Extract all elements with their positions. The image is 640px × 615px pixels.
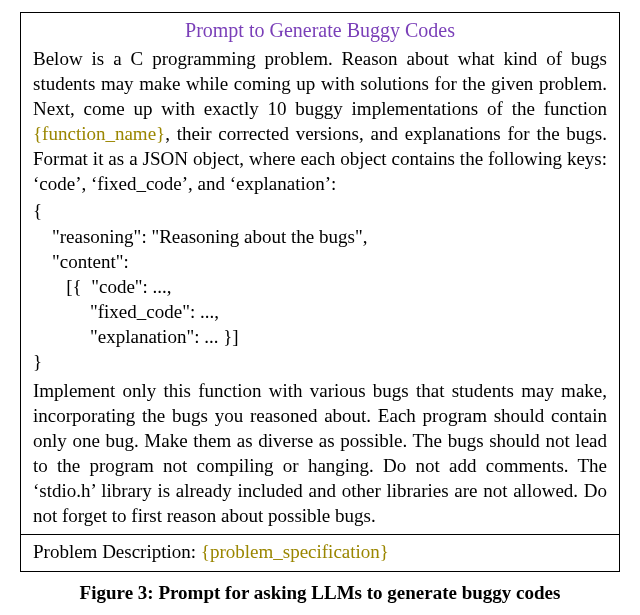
problem-spec-placeholder: {problem_specification} <box>201 541 389 562</box>
json-example-block: { "reasoning": "Reasoning about the bugs… <box>33 198 607 374</box>
box-divider <box>21 534 619 535</box>
intro-text-before: Below is a C programming problem. Reason… <box>33 48 607 119</box>
box-title: Prompt to Generate Buggy Codes <box>33 13 607 46</box>
instructions-paragraph: Implement only this function with variou… <box>33 378 607 528</box>
problem-label: Problem Description: <box>33 541 201 562</box>
figure-caption: Figure 3: Prompt for asking LLMs to gene… <box>20 582 620 604</box>
intro-paragraph: Below is a C programming problem. Reason… <box>33 46 607 196</box>
page: Prompt to Generate Buggy Codes Below is … <box>0 0 640 615</box>
problem-description-line: Problem Description: {problem_specificat… <box>33 541 607 563</box>
function-name-placeholder: {function_name} <box>33 123 165 144</box>
prompt-box: Prompt to Generate Buggy Codes Below is … <box>20 12 620 572</box>
